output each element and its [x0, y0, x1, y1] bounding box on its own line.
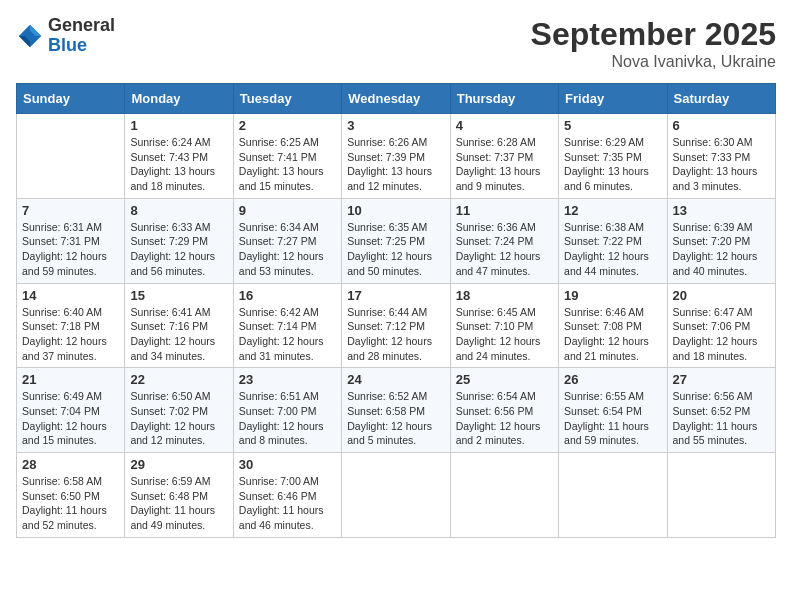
day-info: Sunrise: 6:54 AMSunset: 6:56 PMDaylight:… — [456, 389, 553, 448]
day-info: Sunrise: 6:24 AMSunset: 7:43 PMDaylight:… — [130, 135, 227, 194]
day-number: 8 — [130, 203, 227, 218]
calendar-cell — [667, 453, 775, 538]
day-info: Sunrise: 6:34 AMSunset: 7:27 PMDaylight:… — [239, 220, 336, 279]
day-number: 16 — [239, 288, 336, 303]
day-number: 19 — [564, 288, 661, 303]
calendar-table: SundayMondayTuesdayWednesdayThursdayFrid… — [16, 83, 776, 538]
calendar-week-row: 1Sunrise: 6:24 AMSunset: 7:43 PMDaylight… — [17, 114, 776, 199]
day-number: 17 — [347, 288, 444, 303]
day-number: 14 — [22, 288, 119, 303]
calendar-cell: 24Sunrise: 6:52 AMSunset: 6:58 PMDayligh… — [342, 368, 450, 453]
calendar-cell: 8Sunrise: 6:33 AMSunset: 7:29 PMDaylight… — [125, 198, 233, 283]
calendar-cell: 6Sunrise: 6:30 AMSunset: 7:33 PMDaylight… — [667, 114, 775, 199]
day-info: Sunrise: 6:30 AMSunset: 7:33 PMDaylight:… — [673, 135, 770, 194]
calendar-cell: 5Sunrise: 6:29 AMSunset: 7:35 PMDaylight… — [559, 114, 667, 199]
weekday-header-cell: Friday — [559, 84, 667, 114]
weekday-header-cell: Saturday — [667, 84, 775, 114]
day-number: 4 — [456, 118, 553, 133]
calendar-cell: 22Sunrise: 6:50 AMSunset: 7:02 PMDayligh… — [125, 368, 233, 453]
calendar-cell: 16Sunrise: 6:42 AMSunset: 7:14 PMDayligh… — [233, 283, 341, 368]
day-info: Sunrise: 6:59 AMSunset: 6:48 PMDaylight:… — [130, 474, 227, 533]
day-info: Sunrise: 6:38 AMSunset: 7:22 PMDaylight:… — [564, 220, 661, 279]
day-info: Sunrise: 6:45 AMSunset: 7:10 PMDaylight:… — [456, 305, 553, 364]
calendar-cell: 19Sunrise: 6:46 AMSunset: 7:08 PMDayligh… — [559, 283, 667, 368]
day-info: Sunrise: 6:33 AMSunset: 7:29 PMDaylight:… — [130, 220, 227, 279]
month-title: September 2025 — [531, 16, 776, 53]
calendar-cell — [342, 453, 450, 538]
location-title: Nova Ivanivka, Ukraine — [531, 53, 776, 71]
calendar-cell: 15Sunrise: 6:41 AMSunset: 7:16 PMDayligh… — [125, 283, 233, 368]
day-info: Sunrise: 6:58 AMSunset: 6:50 PMDaylight:… — [22, 474, 119, 533]
day-number: 1 — [130, 118, 227, 133]
calendar-cell: 7Sunrise: 6:31 AMSunset: 7:31 PMDaylight… — [17, 198, 125, 283]
calendar-cell — [17, 114, 125, 199]
day-info: Sunrise: 6:25 AMSunset: 7:41 PMDaylight:… — [239, 135, 336, 194]
weekday-header-cell: Thursday — [450, 84, 558, 114]
day-number: 20 — [673, 288, 770, 303]
day-info: Sunrise: 6:47 AMSunset: 7:06 PMDaylight:… — [673, 305, 770, 364]
day-info: Sunrise: 6:39 AMSunset: 7:20 PMDaylight:… — [673, 220, 770, 279]
calendar-cell: 1Sunrise: 6:24 AMSunset: 7:43 PMDaylight… — [125, 114, 233, 199]
weekday-header-cell: Monday — [125, 84, 233, 114]
day-number: 10 — [347, 203, 444, 218]
weekday-header-cell: Sunday — [17, 84, 125, 114]
day-number: 22 — [130, 372, 227, 387]
day-number: 24 — [347, 372, 444, 387]
day-info: Sunrise: 6:41 AMSunset: 7:16 PMDaylight:… — [130, 305, 227, 364]
day-number: 13 — [673, 203, 770, 218]
day-info: Sunrise: 6:51 AMSunset: 7:00 PMDaylight:… — [239, 389, 336, 448]
calendar-week-row: 14Sunrise: 6:40 AMSunset: 7:18 PMDayligh… — [17, 283, 776, 368]
day-info: Sunrise: 6:36 AMSunset: 7:24 PMDaylight:… — [456, 220, 553, 279]
day-number: 6 — [673, 118, 770, 133]
calendar-cell: 10Sunrise: 6:35 AMSunset: 7:25 PMDayligh… — [342, 198, 450, 283]
calendar-week-row: 21Sunrise: 6:49 AMSunset: 7:04 PMDayligh… — [17, 368, 776, 453]
day-info: Sunrise: 6:55 AMSunset: 6:54 PMDaylight:… — [564, 389, 661, 448]
calendar-cell — [450, 453, 558, 538]
calendar-body: 1Sunrise: 6:24 AMSunset: 7:43 PMDaylight… — [17, 114, 776, 538]
day-info: Sunrise: 7:00 AMSunset: 6:46 PMDaylight:… — [239, 474, 336, 533]
day-number: 9 — [239, 203, 336, 218]
day-number: 25 — [456, 372, 553, 387]
weekday-header-row: SundayMondayTuesdayWednesdayThursdayFrid… — [17, 84, 776, 114]
calendar-week-row: 28Sunrise: 6:58 AMSunset: 6:50 PMDayligh… — [17, 453, 776, 538]
day-number: 12 — [564, 203, 661, 218]
logo-icon — [16, 22, 44, 50]
calendar-cell: 4Sunrise: 6:28 AMSunset: 7:37 PMDaylight… — [450, 114, 558, 199]
calendar-cell: 13Sunrise: 6:39 AMSunset: 7:20 PMDayligh… — [667, 198, 775, 283]
calendar-cell: 26Sunrise: 6:55 AMSunset: 6:54 PMDayligh… — [559, 368, 667, 453]
day-info: Sunrise: 6:49 AMSunset: 7:04 PMDaylight:… — [22, 389, 119, 448]
day-info: Sunrise: 6:52 AMSunset: 6:58 PMDaylight:… — [347, 389, 444, 448]
day-number: 23 — [239, 372, 336, 387]
day-info: Sunrise: 6:26 AMSunset: 7:39 PMDaylight:… — [347, 135, 444, 194]
day-number: 5 — [564, 118, 661, 133]
day-info: Sunrise: 6:46 AMSunset: 7:08 PMDaylight:… — [564, 305, 661, 364]
day-info: Sunrise: 6:56 AMSunset: 6:52 PMDaylight:… — [673, 389, 770, 448]
day-number: 27 — [673, 372, 770, 387]
day-number: 11 — [456, 203, 553, 218]
calendar-cell: 18Sunrise: 6:45 AMSunset: 7:10 PMDayligh… — [450, 283, 558, 368]
calendar-cell: 17Sunrise: 6:44 AMSunset: 7:12 PMDayligh… — [342, 283, 450, 368]
calendar-cell: 12Sunrise: 6:38 AMSunset: 7:22 PMDayligh… — [559, 198, 667, 283]
calendar-cell — [559, 453, 667, 538]
calendar-cell: 3Sunrise: 6:26 AMSunset: 7:39 PMDaylight… — [342, 114, 450, 199]
day-number: 3 — [347, 118, 444, 133]
calendar-cell: 20Sunrise: 6:47 AMSunset: 7:06 PMDayligh… — [667, 283, 775, 368]
day-info: Sunrise: 6:35 AMSunset: 7:25 PMDaylight:… — [347, 220, 444, 279]
weekday-header-cell: Tuesday — [233, 84, 341, 114]
day-info: Sunrise: 6:31 AMSunset: 7:31 PMDaylight:… — [22, 220, 119, 279]
day-info: Sunrise: 6:44 AMSunset: 7:12 PMDaylight:… — [347, 305, 444, 364]
day-number: 7 — [22, 203, 119, 218]
page-header: General Blue September 2025 Nova Ivanivk… — [16, 16, 776, 71]
day-number: 30 — [239, 457, 336, 472]
logo: General Blue — [16, 16, 115, 56]
calendar-cell: 21Sunrise: 6:49 AMSunset: 7:04 PMDayligh… — [17, 368, 125, 453]
day-number: 26 — [564, 372, 661, 387]
day-number: 21 — [22, 372, 119, 387]
logo-blue: Blue — [48, 36, 115, 56]
day-number: 15 — [130, 288, 227, 303]
title-area: September 2025 Nova Ivanivka, Ukraine — [531, 16, 776, 71]
calendar-cell: 2Sunrise: 6:25 AMSunset: 7:41 PMDaylight… — [233, 114, 341, 199]
calendar-cell: 23Sunrise: 6:51 AMSunset: 7:00 PMDayligh… — [233, 368, 341, 453]
day-number: 2 — [239, 118, 336, 133]
calendar-cell: 11Sunrise: 6:36 AMSunset: 7:24 PMDayligh… — [450, 198, 558, 283]
